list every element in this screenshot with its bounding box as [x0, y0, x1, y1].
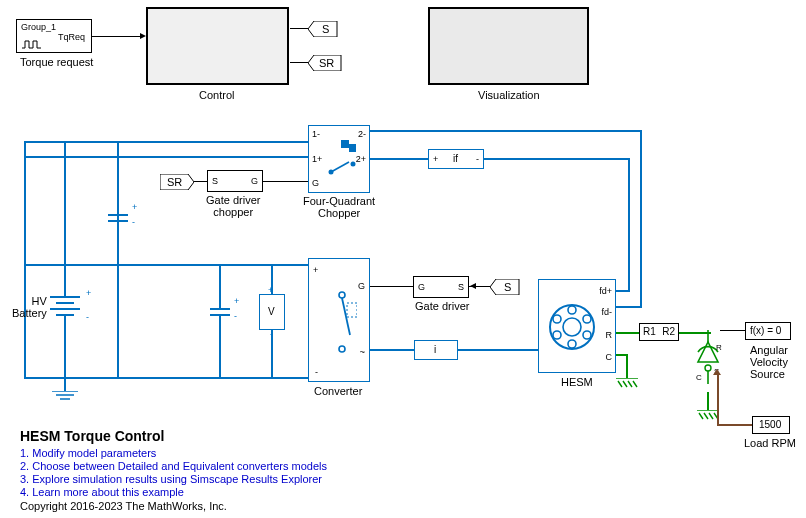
wire-2p-if — [370, 158, 428, 160]
cap1-plus: + — [132, 202, 137, 212]
goto-sr-text: SR — [319, 57, 334, 69]
wire-i-hesm — [458, 349, 538, 351]
svg-point-10 — [583, 315, 591, 323]
wire-if-fdp — [484, 158, 630, 160]
cap2-plate1 — [210, 308, 230, 310]
from-sr-text: SR — [167, 176, 182, 188]
step2[interactable]: 2. Choose between Detailed and Equivalen… — [20, 460, 327, 472]
model-canvas[interactable]: Group_1 TqReq Torque request Control S S… — [0, 0, 806, 518]
avs-label: AngularVelocitySource — [750, 344, 788, 380]
svg-point-12 — [568, 340, 576, 348]
step3[interactable]: 3. Explore simulation results using Sims… — [20, 473, 322, 485]
arrow-tqreq — [140, 33, 146, 39]
group-label: Group_1 — [21, 22, 56, 32]
i-text: i — [434, 344, 436, 355]
rail-top — [24, 141, 309, 143]
ground-icon — [52, 391, 78, 403]
vs-down — [271, 330, 273, 377]
current-if-block[interactable]: + if - — [428, 149, 484, 169]
step4[interactable]: 4. Learn more about this example — [20, 486, 184, 498]
from-s-tag[interactable]: S — [490, 279, 520, 295]
torque-request-label: Torque request — [20, 56, 93, 68]
converter-block[interactable]: + - G ~ — [308, 258, 370, 382]
fqc-1m: 1- — [312, 129, 320, 139]
bat-short1 — [56, 302, 74, 304]
fx0-block[interactable]: f(x) = 0 — [745, 322, 791, 340]
gate-driver-block[interactable]: G S — [413, 276, 469, 298]
torque-request-block[interactable]: Group_1 TqReq — [16, 19, 92, 53]
from-sr-tag[interactable]: SR — [160, 174, 194, 190]
visualization-block[interactable] — [428, 7, 589, 85]
arrow-gd — [470, 283, 476, 289]
gate-driver-chopper-label: Gate driverchopper — [206, 194, 260, 218]
gate-driver-label: Gate driver — [415, 300, 469, 312]
svg-point-4 — [339, 292, 345, 298]
hesm-fdp-w — [616, 290, 630, 292]
voltage-sensor[interactable]: + V - — [259, 294, 285, 330]
r1r2-block[interactable]: R1 R2 — [639, 323, 679, 341]
svg-text:R: R — [716, 343, 722, 352]
current-i-block[interactable]: i — [414, 340, 458, 360]
cap2-down — [219, 316, 221, 377]
fqc-2m: 2- — [358, 129, 366, 139]
hesm-fdm: fd- — [601, 307, 612, 317]
control-block[interactable] — [146, 7, 289, 85]
wire-2m-top — [370, 130, 642, 132]
control-label: Control — [199, 89, 234, 101]
load-rpm-label: Load RPM — [744, 437, 796, 449]
gate-driver-chopper-block[interactable]: S G — [207, 170, 263, 192]
rail-bottom — [24, 377, 310, 379]
four-quadrant-chopper-block[interactable]: 1- 1+ G 2- 2+ — [308, 125, 370, 193]
svg-rect-1 — [349, 144, 356, 152]
cap2-minus: - — [234, 311, 237, 321]
model-title: HESM Torque Control — [20, 428, 164, 444]
fqc-g: G — [312, 178, 319, 188]
load-rpm-val: 1500 — [759, 419, 781, 430]
chopper-icon — [325, 138, 359, 182]
wire-tqreq — [92, 36, 140, 37]
arrow-rpm — [713, 369, 721, 375]
svg-point-3 — [351, 162, 356, 167]
fx0-text: f(x) = 0 — [750, 325, 781, 336]
svg-point-11 — [583, 331, 591, 339]
converter-label: Converter — [314, 385, 362, 397]
wire-if-down — [628, 158, 630, 292]
svg-point-8 — [563, 318, 581, 336]
conv-g: G — [358, 281, 365, 291]
motor-icon — [547, 302, 597, 352]
svg-text:C: C — [696, 373, 702, 382]
svg-point-15 — [705, 365, 711, 371]
wire-1p — [24, 156, 308, 158]
wire-conv-i — [370, 349, 414, 351]
wire-goto-s — [290, 28, 308, 29]
svg-point-13 — [553, 331, 561, 339]
gdc-g: G — [251, 176, 258, 186]
cap1-minus: - — [132, 217, 135, 227]
rail-mid-top — [24, 264, 310, 266]
bat-long2 — [50, 308, 80, 310]
hesm-c-down — [626, 354, 628, 378]
dot-1p — [24, 156, 26, 157]
cap1-plate1 — [108, 214, 128, 216]
repeating-sequence-icon — [21, 38, 43, 50]
svg-rect-0 — [341, 140, 349, 148]
bat-minus: - — [86, 312, 89, 322]
hesm-label: HESM — [561, 376, 593, 388]
goto-sr-tag[interactable]: SR — [308, 55, 342, 71]
r1-text: R1 — [643, 326, 656, 337]
if-minus: - — [476, 154, 479, 164]
hesm-block[interactable]: fd+ fd- R C — [538, 279, 616, 373]
fqc-1p: 1+ — [312, 154, 322, 164]
r2-text: R2 — [662, 326, 675, 337]
mech-ground-icon-2 — [697, 410, 719, 422]
goto-s-tag[interactable]: S — [308, 21, 338, 37]
bat-up — [64, 141, 66, 296]
step1[interactable]: 1. Modify model parameters — [20, 447, 156, 459]
wire-goto-sr — [290, 62, 308, 63]
hesm-c: C — [606, 352, 613, 362]
svg-rect-6 — [347, 303, 357, 317]
load-rpm-block[interactable]: 1500 — [752, 416, 790, 434]
svg-point-9 — [568, 306, 576, 314]
bat-long1 — [50, 296, 80, 298]
if-plus: + — [433, 154, 438, 164]
